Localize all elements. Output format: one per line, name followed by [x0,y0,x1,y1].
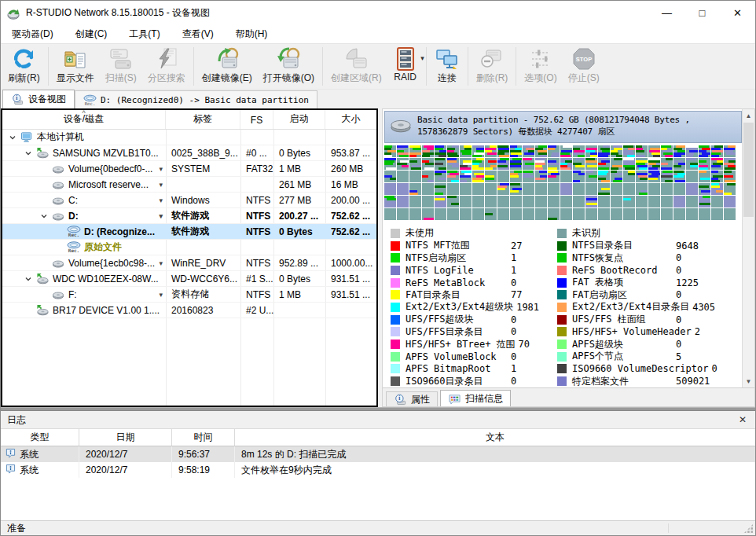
refresh-button[interactable]: 刷新(R) [2,44,46,89]
maximize-button[interactable]: □ [684,1,720,25]
legend-swatch [391,364,400,373]
tree-row[interactable]: Rec.原始文件 [2,240,376,255]
tree-row[interactable]: F:▾资料存储NTFS1 MB931.51 ... [2,287,376,303]
legend-swatch [391,229,400,238]
cell-dropdown-icon[interactable]: ▾ [159,196,166,204]
column-header-boot[interactable]: 启动 [273,110,325,129]
show-files-button[interactable]: 显示文件 [51,44,100,89]
open-image-button[interactable]: 打开镜像(O) [258,44,320,89]
raid-button[interactable]: ▾RAID [387,44,424,89]
disk-icon [390,116,412,134]
log-column-text[interactable]: 文本 [235,429,755,446]
tree-row[interactable]: D:▾软件游戏NTFS200.27 ...752.62 ... [2,208,376,224]
legend-label: NTFS MFT范围 [406,239,508,252]
scan-block [422,183,434,195]
scan-block [673,171,685,182]
cell-size [325,130,376,145]
legend-label: NTFS LogFile [406,265,508,276]
legend-item: NTFS恢复点0 [557,251,742,264]
tree-row[interactable]: Volume{0bedecf0-...▾SYSTEMFAT321 MB260 M… [2,161,376,177]
log-row[interactable]: 系统2020/12/79:56:378m 12s 的 D: 扫描已完成 [1,446,755,462]
scan-block [497,158,509,170]
scan-block [460,208,472,220]
log-row[interactable]: 系统2020/12/79:58:19文件枚举在9秒内完成 [1,462,755,478]
scroll-down-icon[interactable]: ▼ [743,375,754,387]
legend-swatch [391,327,400,336]
tree-row[interactable]: Rec.D: (Recognize...软件游戏NTFS0 Bytes752.6… [2,224,376,240]
cell-dropdown-icon[interactable]: ▾ [159,259,166,267]
legend-item: ReFS MetaBlock0 [391,277,557,289]
menu-create[interactable]: 创建(C) [64,25,119,43]
log-column-type[interactable]: 类型 [1,429,79,446]
minimize-button[interactable]: — [649,1,684,25]
scan-block [636,158,648,170]
cell-dropdown-icon[interactable]: ▾ [159,165,166,173]
scan-block [636,183,648,195]
scan-block [472,171,484,182]
tab-device-view[interactable]: i 设备视图 [2,90,75,108]
tree-row[interactable]: C:▾WindowsNTFS277 MB200.00 ... [2,193,376,208]
log-cell-text: 8m 12s 的 D: 扫描已完成 [235,446,755,462]
cell-device: Volume{0bedecf0-...▾ [2,161,166,176]
menu-view[interactable]: 查看(V) [171,25,225,43]
create-image-button[interactable]: 创建镜像(E) [196,44,258,89]
legend-item: FAT 表格项1225 [557,277,742,289]
cell-fs: FAT32 [240,161,273,176]
cell-dropdown-icon[interactable]: ▾ [159,212,166,220]
scroll-up-icon[interactable]: ▲ [743,109,754,122]
legend-swatch [391,340,400,349]
tab-properties[interactable]: i 属性 [386,391,438,406]
scroll-thumb[interactable] [743,123,754,217]
chevron-down-icon[interactable] [21,149,35,157]
tab-recognized-partition[interactable]: Rec. D: (Recognized0) -> Basic data part… [75,90,317,108]
chevron-down-icon[interactable] [6,134,20,141]
dropdown-arrow-icon[interactable]: ▾ [420,54,424,62]
menu-help[interactable]: 帮助(H) [225,25,279,43]
create-region-icon [343,46,369,72]
cell-dropdown-icon[interactable]: ▾ [159,291,166,299]
cell-size: 1000.00... [325,255,376,270]
column-header-label[interactable]: 标签 [166,110,240,129]
scan-block [611,171,622,182]
legend-item: APFS BitmapRoot1 [391,363,557,376]
computer-icon [20,131,36,143]
scan-block [523,171,534,182]
connect-button[interactable]: 连接 [429,44,465,89]
partition-search-icon [154,46,179,72]
scan-block [384,183,396,195]
column-header-size[interactable]: 大小 [325,110,376,129]
device-view-icon: i [11,94,24,105]
tree-row[interactable]: WDC WD10EZEX-08W...WD-WCC6Y6...#1 S...0 … [2,271,376,287]
chevron-down-icon[interactable] [21,275,35,283]
column-header-device[interactable]: ^ 设备/磁盘 [2,110,166,129]
cell-boot: 952.89 ... [273,255,325,270]
tab-scan-info[interactable]: 扫描信息 [440,390,511,406]
cell-size [325,240,376,255]
resize-grip-icon[interactable] [743,523,754,534]
menu-drive[interactable]: 驱动器(D) [1,25,64,43]
cell-dropdown-icon[interactable]: ▾ [159,181,166,189]
column-header-fs[interactable]: FS [240,110,273,129]
tree-row[interactable]: 本地计算机 [2,130,376,145]
tree-row[interactable]: BR17 DEVICE V1.00 1....20160823#2 U... [2,303,376,318]
tree-row[interactable]: SAMSUNG MZVLB1T0...0025_388B_9...#0 ...0… [2,145,376,161]
log-column-date[interactable]: 日期 [79,429,172,446]
cell-boot: 261 MB [273,177,325,192]
menu-tools[interactable]: 工具(T) [118,25,171,43]
scan-block [535,183,547,195]
tree-row[interactable]: Microsoft reserve...▾261 MB16 MB [2,177,376,193]
chevron-down-icon[interactable] [37,212,51,220]
scan-block [560,183,572,195]
legend-count: 2 [695,326,700,337]
scroll-track[interactable] [743,122,754,375]
cell-fs: #1 S... [240,271,273,286]
scan-block [724,183,736,195]
scan-block [422,196,434,207]
close-button[interactable]: ✕ [720,1,755,25]
tree-row[interactable]: Volume{1ecb0c98-...▾WinRE_DRVNTFS952.89 … [2,255,376,271]
legend-count: 77 [511,289,522,300]
legend-item: ReFS BootRecord0 [557,264,742,277]
scrollbar[interactable]: ▲ ▼ [742,109,754,387]
log-column-time[interactable]: 时间 [172,429,235,446]
log-close-icon[interactable]: ✕ [736,414,749,425]
